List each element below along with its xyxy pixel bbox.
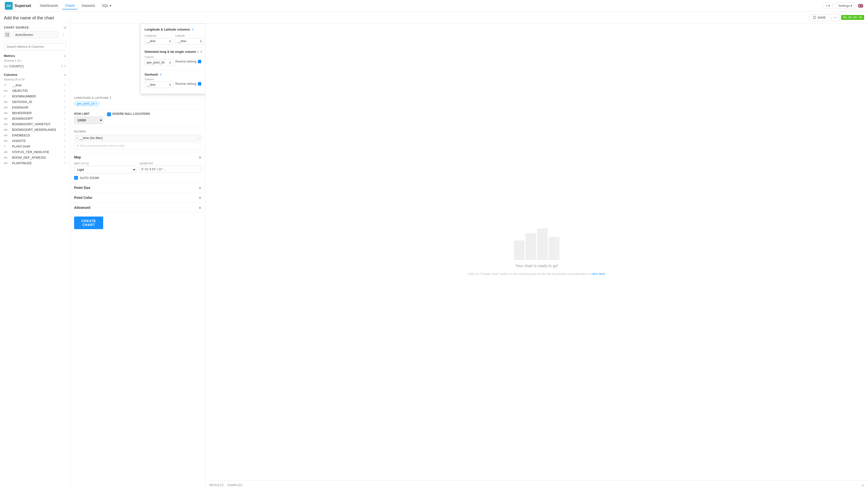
click-here-link[interactable]: click here bbox=[591, 272, 605, 276]
save-label: SAVE bbox=[817, 16, 826, 19]
language-flag[interactable]: 🇬🇧 bbox=[858, 3, 863, 8]
col-name: EINDBEELD bbox=[12, 133, 62, 137]
geohash-reverse-checkbox[interactable] bbox=[198, 82, 201, 86]
svg-rect-2 bbox=[7, 33, 9, 34]
nav-sql[interactable]: SQL ▾ bbox=[99, 2, 114, 9]
columns-collapsible-header[interactable]: Columns ∧ bbox=[4, 73, 66, 76]
col-drag-icon[interactable]: ⠿ bbox=[64, 134, 66, 137]
nav-charts[interactable]: Charts bbox=[62, 2, 78, 9]
geo-tag-close-icon[interactable]: × bbox=[95, 102, 97, 105]
bar-4 bbox=[549, 237, 559, 260]
bar-1 bbox=[514, 241, 525, 260]
search-metrics-columns-input[interactable] bbox=[4, 43, 66, 50]
row-limit-field: ROW LIMIT 10000 bbox=[74, 112, 103, 124]
point-color-section[interactable]: Point Color ∨ bbox=[70, 193, 205, 203]
search-box bbox=[0, 41, 70, 52]
reverse-latlong-checkbox[interactable] bbox=[198, 60, 201, 63]
geohash-reverse-row: Reverse lat/long bbox=[175, 82, 204, 86]
col-drag-icon[interactable]: ⠿ bbox=[64, 95, 66, 98]
columns-showing-count: Showing 30 of 30 bbox=[4, 78, 66, 81]
auto-zoom-label: AUTO ZOOM bbox=[80, 176, 99, 180]
col-drag-icon[interactable]: ⠿ bbox=[64, 112, 66, 115]
metric-drag-icon[interactable]: ⠿ bbox=[64, 64, 66, 68]
delimited-reverse-field: Reverse lat/long bbox=[175, 56, 204, 68]
map-section-header[interactable]: Map ∧ bbox=[74, 155, 201, 159]
col-drag-icon[interactable]: ⠿ bbox=[64, 84, 66, 87]
datasource-name[interactable]: druid.Bomen bbox=[12, 31, 58, 38]
delimited-chevron-icon: ∨ bbox=[169, 61, 171, 64]
col-drag-icon[interactable]: ⠿ bbox=[64, 100, 66, 104]
geo-tag: geo_point_2d × bbox=[74, 101, 100, 106]
tab-results[interactable]: RESULTS bbox=[209, 481, 223, 490]
metric-info-icon[interactable]: ℹ bbox=[62, 64, 63, 68]
collapse-chart-source-icon[interactable]: ⇲ bbox=[63, 26, 66, 29]
col-drag-icon[interactable]: ⠿ bbox=[64, 89, 66, 93]
col-drag-icon[interactable]: ⠿ bbox=[64, 123, 66, 126]
col-drag-icon[interactable]: ⠿ bbox=[64, 150, 66, 154]
latitude-select[interactable]: __time ∨ bbox=[175, 38, 204, 44]
filter-expand-icon[interactable]: › bbox=[198, 136, 199, 140]
advanced-section[interactable]: Advanced ∨ bbox=[70, 203, 205, 213]
app-logo[interactable]: Superset bbox=[5, 2, 31, 10]
col-type-icon: abc bbox=[4, 117, 11, 120]
col-drag-icon[interactable]: ⠿ bbox=[64, 156, 66, 159]
delimited-column-field: Column geo_point_2d ∨ bbox=[145, 56, 174, 68]
col-drag-icon[interactable]: ⠿ bbox=[64, 145, 66, 148]
col-drag-icon[interactable]: ⠿ bbox=[64, 139, 66, 143]
col-drag-icon[interactable]: ⠿ bbox=[64, 117, 66, 120]
create-chart-row: CREATE CHART bbox=[70, 213, 205, 233]
filters-label: FILTERS bbox=[74, 130, 201, 133]
nav-dashboards[interactable]: Dashboards bbox=[37, 2, 61, 9]
create-chart-button[interactable]: CREATE CHART bbox=[74, 217, 103, 229]
add-button[interactable]: + ▾ bbox=[823, 2, 833, 9]
metrics-showing-count: Showing 1 of 1 bbox=[4, 59, 66, 62]
col-type-icon: # bbox=[4, 145, 11, 148]
geohash-reverse-label: Reverse lat/long bbox=[175, 82, 196, 86]
more-options-button[interactable]: ⋯ bbox=[831, 13, 839, 21]
app-name: Superset bbox=[14, 4, 31, 8]
chart-title[interactable]: Add the name of the chart bbox=[4, 16, 66, 21]
chart-source-header: Chart Source ⇲ bbox=[4, 26, 66, 29]
metrics-label: Metrics bbox=[4, 54, 15, 58]
col-drag-icon[interactable]: ⠿ bbox=[64, 161, 66, 165]
filter-drop-zone[interactable]: + Drop columns/metrics here or click bbox=[74, 143, 201, 149]
geohash-chevron-icon: ∨ bbox=[169, 83, 171, 87]
map-style-select[interactable]: Light Dark Satellite Streets bbox=[74, 166, 136, 174]
metric-type-icon: f(x) bbox=[4, 65, 8, 68]
col-name: BOOMSOORT_VARIETEIT bbox=[12, 122, 62, 126]
geohash-reverse-field: Reverse lat/long bbox=[175, 78, 204, 88]
point-size-section[interactable]: Point Size ∨ bbox=[70, 183, 205, 193]
col-drag-icon[interactable]: ⠿ bbox=[64, 106, 66, 109]
nav-datasets[interactable]: Datasets bbox=[79, 2, 98, 9]
filter-drop-label: Drop columns/metrics here or click bbox=[80, 144, 124, 148]
col-drag-icon[interactable]: ⠿ bbox=[64, 128, 66, 131]
save-button[interactable]: SAVE bbox=[809, 14, 830, 21]
longlat-info-icon[interactable]: ℹ bbox=[110, 96, 111, 99]
col-name: PLANTWIJZE bbox=[12, 161, 62, 165]
latitude-label: Latitude bbox=[175, 34, 204, 37]
tab-samples[interactable]: SAMPLES bbox=[227, 481, 242, 490]
settings-button[interactable]: Settings ▾ bbox=[836, 2, 855, 9]
columns-section: Columns ∧ Showing 30 of 30 ⏱ __time ⠿ ab… bbox=[0, 71, 70, 490]
auto-zoom-checkbox[interactable] bbox=[74, 176, 78, 180]
metrics-collapsible-header[interactable]: Metrics ∧ bbox=[4, 54, 66, 58]
delimited-column-select[interactable]: geo_point_2d ∨ bbox=[145, 59, 174, 66]
row-limit-select[interactable]: 10000 bbox=[74, 117, 103, 124]
chart-title-bar: Add the name of the chart bbox=[0, 11, 70, 23]
map-collapse-icon: ∧ bbox=[199, 155, 201, 159]
col-name: BOOM_DEF_AFWEZIG bbox=[12, 156, 62, 159]
ignore-null-checkbox[interactable] bbox=[107, 112, 111, 116]
delimited-grid: Column geo_point_2d ∨ Reverse lat/long bbox=[145, 56, 204, 68]
longitude-select[interactable]: __time ∨ bbox=[145, 38, 174, 44]
filter-remove-icon[interactable]: × bbox=[76, 136, 78, 140]
viewport-label: VIEWPORT bbox=[139, 162, 202, 165]
filter-time-label: __time (No filter) bbox=[80, 136, 197, 140]
geohash-column-select[interactable]: __time ∨ bbox=[145, 82, 174, 88]
col-type-icon: abc bbox=[4, 123, 11, 125]
datasource-menu-icon[interactable]: ⋮ bbox=[60, 32, 66, 37]
longitude-label: Longitude bbox=[145, 34, 174, 37]
tabs-collapse-icon[interactable]: ∨ bbox=[862, 484, 864, 487]
timer-badge: 00:00:00.00 bbox=[841, 15, 864, 20]
viewport-input[interactable] bbox=[139, 166, 202, 173]
list-item: abc PLANTWIJZE ⠿ bbox=[4, 160, 66, 166]
